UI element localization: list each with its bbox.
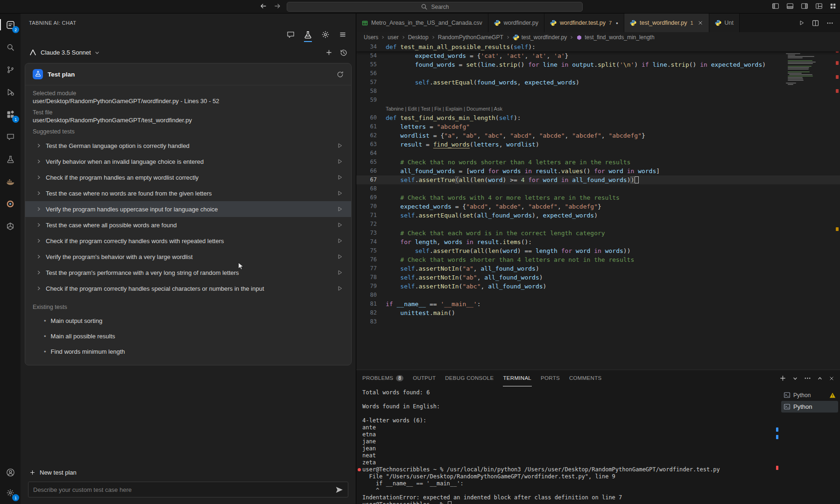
code-line[interactable]: 69 # Check that words with 4 or more let…	[356, 193, 840, 202]
code-line[interactable]: 77 self.assertNotIn("a", all_found_words…	[356, 264, 840, 273]
sticky-line[interactable]: 34def test_main_all_possible_results(sel…	[356, 42, 840, 51]
close-icon[interactable]	[698, 20, 703, 26]
toggle-sidebar-left-icon[interactable]	[772, 2, 779, 10]
activity-tabnine-button[interactable]	[3, 219, 18, 234]
new-terminal-button[interactable]	[779, 375, 786, 382]
code-line[interactable]: 75 self.assertTrue(all(len(word) == leng…	[356, 246, 840, 255]
menu-icon[interactable]	[339, 30, 346, 42]
run-test-button[interactable]	[337, 159, 343, 164]
code-line[interactable]: 62 wordlist = {"a", "ab", "abc", "abcd",…	[356, 131, 840, 140]
editor-tab[interactable]: Metro_Areas_in_the_US_and_Canada.csv	[356, 14, 488, 32]
custom-test-input[interactable]	[33, 486, 332, 493]
panel-tab[interactable]: PROBLEMS8	[362, 370, 404, 386]
terminal-session[interactable]: Python	[781, 401, 838, 413]
panel-more-actions-icon[interactable]	[804, 375, 811, 382]
run-test-button[interactable]	[337, 270, 343, 275]
suggested-test-item[interactable]: Check if the program correctly handles s…	[25, 280, 351, 296]
code-line[interactable]: 70 expected_words = {"abcd", "abcde", "a…	[356, 202, 840, 211]
code-line[interactable]: 73 # Check that each word is in the corr…	[356, 229, 840, 238]
editor-tab[interactable]: test_wordfinder.py1	[624, 14, 709, 32]
toggle-panel-icon[interactable]	[786, 2, 794, 10]
code-lines[interactable]: 54 expected_words = {'cat', 'act', 'at',…	[356, 51, 840, 326]
command-center-search[interactable]: Search	[287, 2, 583, 12]
activity-search-button[interactable]	[3, 40, 18, 55]
code-line[interactable]: 82 unittest.main()	[356, 308, 840, 317]
existing-test-item[interactable]: •Main all possible results	[25, 329, 351, 344]
code-line[interactable]: 60def test_find_words_min_length(self):	[356, 113, 840, 122]
code-line[interactable]: 58	[356, 87, 840, 96]
activity-accounts-button[interactable]	[3, 465, 18, 480]
run-test-button[interactable]	[337, 143, 343, 148]
code-line[interactable]: 67 self.assertTrue(all(len(word) >= 4 fo…	[356, 175, 840, 184]
code-line[interactable]: 65 # Check that no words shorter than 4 …	[356, 158, 840, 167]
code-line[interactable]: 55 found_words = set(line.strip() for li…	[356, 60, 840, 69]
activity-run-debug-button[interactable]	[3, 84, 18, 99]
panel-tab[interactable]: PORTS	[540, 370, 560, 386]
code-line[interactable]: 74 for length, words in result.items():	[356, 238, 840, 246]
sticky-scroll[interactable]: 34def test_main_all_possible_results(sel…	[356, 42, 840, 51]
suggested-test-item[interactable]: Test the case where no words are found f…	[25, 185, 351, 201]
suggested-test-item[interactable]: Verify the program handles uppercase inp…	[25, 201, 351, 217]
panel-tab[interactable]: OUTPUT	[412, 370, 436, 386]
activity-extension-ring-button[interactable]	[3, 196, 18, 211]
editor-tab[interactable]: Unt	[709, 14, 740, 32]
activity-testing-button[interactable]	[3, 152, 18, 167]
run-test-button[interactable]	[337, 222, 343, 228]
code-line[interactable]: 56	[356, 69, 840, 78]
code-line[interactable]: 80	[356, 291, 840, 300]
suggested-test-item[interactable]: Test the German language option is corre…	[25, 138, 351, 154]
editor-tab[interactable]: wordfinder.py	[488, 14, 544, 32]
suggested-test-item[interactable]: Check if the program handles an empty wo…	[25, 169, 351, 185]
breadcrumb-item[interactable]: user	[388, 34, 398, 41]
code-line[interactable]: 68	[356, 184, 840, 193]
code-line[interactable]: 72	[356, 220, 840, 229]
more-actions-button[interactable]	[826, 20, 833, 27]
code-line[interactable]: 64	[356, 149, 840, 158]
editor-tab[interactable]: wordfinder.test.py7●	[544, 14, 624, 32]
existing-test-item[interactable]: •Main output sorting	[25, 313, 351, 329]
settings-icon[interactable]	[321, 30, 330, 42]
panel-tab[interactable]: COMMENTS	[569, 370, 602, 386]
codelens-actions[interactable]: Tabnine | Edit | Test | Fix | Explain | …	[356, 105, 840, 113]
run-test-button[interactable]	[337, 286, 343, 291]
code-line[interactable]: 81if __name__ == '__main__':	[356, 300, 840, 308]
suggested-test-item[interactable]: Test the program's performance with a ve…	[25, 265, 351, 280]
run-test-button[interactable]	[337, 238, 343, 244]
suggested-test-item[interactable]: Verify the program's behavior with a ver…	[25, 249, 351, 265]
code-line[interactable]: 76 # Check that words shorter than 4 let…	[356, 255, 840, 264]
split-editor-button[interactable]	[812, 20, 819, 27]
code-line[interactable]: 54 expected_words = {'cat', 'act', 'at',…	[356, 51, 840, 60]
model-selector[interactable]: Claude 3.5 Sonnet	[41, 49, 91, 56]
close-panel-icon[interactable]	[829, 376, 834, 381]
history-button[interactable]	[340, 49, 347, 56]
code-line[interactable]: 83	[356, 317, 840, 326]
send-icon[interactable]	[335, 486, 343, 494]
panel-tab[interactable]: TERMINAL	[503, 370, 532, 386]
new-test-plan-button[interactable]: New test plan	[21, 465, 356, 480]
new-chat-button[interactable]	[325, 49, 332, 56]
activity-extensions-button[interactable]: 1	[3, 107, 18, 122]
toggle-sidebar-right-icon[interactable]	[801, 2, 808, 10]
code-line[interactable]: 63 result = find_words(letters, wordlist…	[356, 140, 840, 149]
run-test-button[interactable]	[337, 190, 343, 196]
nav-back-button[interactable]	[260, 2, 267, 12]
maximize-panel-icon[interactable]	[818, 376, 822, 381]
breadcrumb-item[interactable]: test_wordfinder.py	[522, 34, 567, 41]
run-file-button[interactable]	[799, 20, 805, 26]
apps-grid-icon[interactable]	[830, 3, 836, 9]
activity-source-control-button[interactable]	[3, 62, 18, 77]
chat-tab-icon[interactable]	[287, 30, 295, 42]
activity-manage-button[interactable]: 1	[3, 485, 18, 500]
breadcrumb-item[interactable]: test_find_words_min_length	[585, 34, 654, 41]
terminal-profile-dropdown-icon[interactable]	[793, 376, 798, 381]
breadcrumb-item[interactable]: RandomPythonGameGPT	[438, 34, 503, 41]
run-test-button[interactable]	[337, 206, 343, 212]
code-line[interactable]: 66 all_found_words = [word for words in …	[356, 167, 840, 175]
run-test-button[interactable]	[337, 175, 343, 180]
test-plan-tab-icon[interactable]	[304, 30, 312, 42]
activity-docker-button[interactable]	[3, 174, 18, 189]
code-line[interactable]: 79 self.assertNotIn("abc", all_found_wor…	[356, 282, 840, 291]
customize-layout-icon[interactable]	[815, 2, 823, 10]
code-line[interactable]: 57 self.assertEqual(found_words, expecte…	[356, 78, 840, 87]
breadcrumb-item[interactable]: Desktop	[408, 34, 429, 41]
